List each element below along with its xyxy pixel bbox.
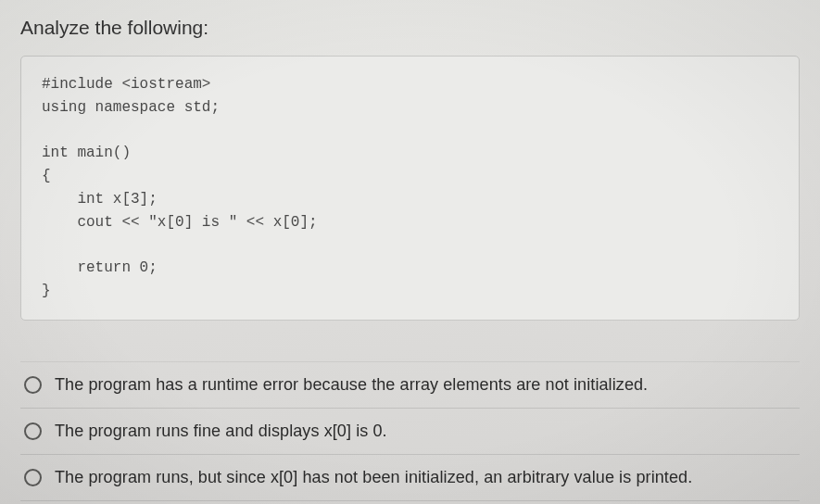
option-row[interactable]: The program has a runtime error because … bbox=[20, 361, 800, 409]
radio-icon[interactable] bbox=[24, 422, 42, 440]
radio-icon[interactable] bbox=[24, 376, 42, 394]
option-row[interactable]: The program runs, but since x[0] has not… bbox=[20, 455, 800, 501]
options-list: The program has a runtime error because … bbox=[20, 361, 800, 501]
option-label: The program runs, but since x[0] has not… bbox=[55, 468, 692, 487]
option-row[interactable]: The program runs fine and displays x[0] … bbox=[20, 409, 800, 455]
question-prompt: Analyze the following: bbox=[20, 17, 800, 39]
radio-icon[interactable] bbox=[24, 469, 42, 486]
option-label: The program runs fine and displays x[0] … bbox=[55, 422, 387, 441]
option-label: The program has a runtime error because … bbox=[55, 375, 648, 395]
code-block: #include <iostream> using namespace std;… bbox=[20, 56, 800, 321]
